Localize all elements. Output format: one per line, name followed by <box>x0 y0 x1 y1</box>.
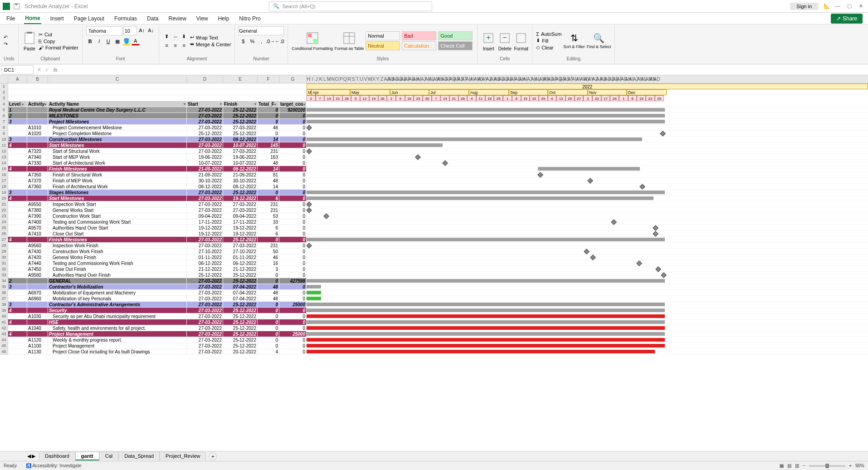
cell[interactable] <box>8 131 27 136</box>
col-header-narrow[interactable]: AQ <box>449 75 454 83</box>
cell[interactable] <box>27 331 48 337</box>
milestone-diamond[interactable] <box>653 225 658 230</box>
gantt-bar[interactable] <box>307 120 665 123</box>
cell[interactable]: 0 <box>279 137 307 142</box>
cell[interactable]: Project Milestones <box>48 119 187 124</box>
cell[interactable]: 27-03-2022 <box>187 290 223 295</box>
sheet-next-icon[interactable]: ▶ <box>32 453 35 459</box>
row-header[interactable]: 17 <box>0 178 8 184</box>
cell[interactable] <box>8 255 27 260</box>
cell[interactable]: 27-03-2022 <box>187 331 223 337</box>
col-header-narrow[interactable]: AS <box>458 75 462 83</box>
cell[interactable]: 0 <box>258 313 279 319</box>
cell[interactable]: Inspection Work Start <box>48 201 187 207</box>
col-header-narrow[interactable]: AF <box>511 75 515 83</box>
row-header[interactable]: 46 <box>0 349 8 355</box>
cell[interactable]: 231 <box>258 207 279 213</box>
cell[interactable]: A7390 <box>27 213 48 219</box>
table-row[interactable]: A7330Start of Architectural Work10-07-20… <box>8 160 307 166</box>
col-header-narrow[interactable]: AH <box>413 75 417 83</box>
cell[interactable]: 0 <box>279 201 307 207</box>
col-header-narrow[interactable]: N <box>331 75 335 83</box>
increase-font-icon[interactable]: A↑ <box>138 26 146 34</box>
cell[interactable]: A9570 <box>27 225 48 230</box>
milestone-diamond[interactable] <box>443 161 447 165</box>
cell[interactable]: 0 <box>279 178 307 183</box>
col-header-narrow[interactable]: O <box>335 75 339 83</box>
col-header-narrow[interactable]: AW <box>474 75 478 83</box>
style-check-cell[interactable]: Check Cell <box>438 41 473 50</box>
share-button[interactable]: ↗Share <box>831 14 863 24</box>
header-level[interactable]: Level ▾ <box>8 101 27 107</box>
col-header-narrow[interactable]: AW <box>580 75 584 83</box>
table-row[interactable]: A7320Start of Structural Work27-03-20222… <box>8 148 307 154</box>
cell[interactable]: 19-12-2022 <box>223 231 258 236</box>
cell[interactable]: 3 <box>8 119 27 124</box>
row-header[interactable]: 24 <box>0 219 8 225</box>
cell[interactable]: 6 <box>258 231 279 236</box>
cell[interactable]: 0 <box>279 313 307 319</box>
wrap-text-button[interactable]: ↩Wrap Text <box>190 34 231 40</box>
cell[interactable]: 0 <box>279 337 307 343</box>
cell[interactable]: A1040 <box>27 325 48 331</box>
cell[interactable]: 25-12-2022 <box>223 131 258 136</box>
table-row[interactable]: 2GENERAL27-03-202225-12-20220427598 <box>8 278 307 284</box>
cell[interactable] <box>27 142 48 148</box>
cell[interactable]: 30-10-2022 <box>187 178 223 183</box>
search-box[interactable]: 🔍 Search (Alt+Q) <box>269 1 432 11</box>
table-row[interactable]: 4Start Milestones27-03-202219-12-202260 <box>8 196 307 201</box>
undo-icon[interactable]: ↶ <box>4 34 8 40</box>
table-row[interactable]: A7350Finish of Structural Work21-09-2022… <box>8 172 307 178</box>
align-left[interactable]: ≡ <box>163 41 171 49</box>
tab-pagelayout[interactable]: Page Layout <box>73 14 105 24</box>
col-header-narrow[interactable]: AV <box>470 75 474 83</box>
font-size-select[interactable] <box>123 26 137 35</box>
cell[interactable]: 27-03-2022 <box>187 343 223 348</box>
cell[interactable]: 0 <box>279 290 307 295</box>
milestone-diamond[interactable] <box>307 243 311 248</box>
currency-button[interactable]: $ <box>239 37 247 45</box>
cell[interactable]: 0 <box>279 219 307 225</box>
cell[interactable]: 0 <box>279 349 307 354</box>
cell[interactable]: General Works Start <box>48 207 187 213</box>
col-header-narrow[interactable]: AC <box>605 75 609 83</box>
cell[interactable]: 0 <box>279 272 307 278</box>
col-header-narrow[interactable]: Z <box>380 75 384 83</box>
col-header-narrow[interactable]: AZ <box>592 75 596 83</box>
cell[interactable] <box>8 225 27 230</box>
col-header-narrow[interactable]: AK <box>425 75 429 83</box>
cell[interactable]: 0 <box>279 154 307 160</box>
align-top[interactable]: ⬆ <box>163 33 171 41</box>
redo-icon[interactable]: ↷ <box>4 41 8 47</box>
row-header[interactable]: 20 <box>0 196 8 201</box>
cell[interactable]: A1010 <box>27 125 48 130</box>
col-header-narrow[interactable]: AT <box>568 75 572 83</box>
increase-decimal[interactable]: .0→ <box>266 37 274 45</box>
delete-cell-icon[interactable]: − <box>497 31 512 45</box>
cell[interactable]: Security as per Abu Dhabi municipality r… <box>48 313 187 319</box>
cell[interactable]: 9200100 <box>279 107 307 113</box>
cell[interactable]: 08-12-2022 <box>223 137 258 142</box>
fill-color-button[interactable]: 🪣 <box>122 37 131 45</box>
cell[interactable]: 27-03-2022 <box>187 196 223 201</box>
cell[interactable]: 25-12-2022 <box>223 113 258 118</box>
table-row[interactable]: 3Contractor's Mobilization27-03-202207-0… <box>8 284 307 290</box>
fill-button[interactable]: ⬇Fill <box>536 38 561 44</box>
row-header[interactable]: 19 <box>0 190 8 196</box>
cell[interactable]: Stages Milestones <box>48 190 187 195</box>
row-header[interactable]: 36 <box>0 290 8 296</box>
cell[interactable]: 25-12-2022 <box>223 325 258 331</box>
cell[interactable]: A7440 <box>27 260 48 266</box>
col-header-narrow[interactable]: AM <box>645 75 649 83</box>
cell[interactable]: Close Out Finish <box>48 266 187 272</box>
cell[interactable] <box>8 296 27 301</box>
view-pagebreak-icon[interactable]: ▥ <box>795 463 799 468</box>
cell[interactable]: A7420 <box>27 255 48 260</box>
cell[interactable]: 0 <box>279 225 307 230</box>
col-header-narrow[interactable]: AB <box>600 75 605 83</box>
cell[interactable]: 4 <box>8 166 27 171</box>
cell[interactable]: Finish of Architectural Work <box>48 184 187 189</box>
cell[interactable]: 20-12-2022 <box>223 349 258 354</box>
cell[interactable]: A7430 <box>27 249 48 254</box>
table-row[interactable]: A1020Project Completion Milestone25-12-2… <box>8 131 307 137</box>
